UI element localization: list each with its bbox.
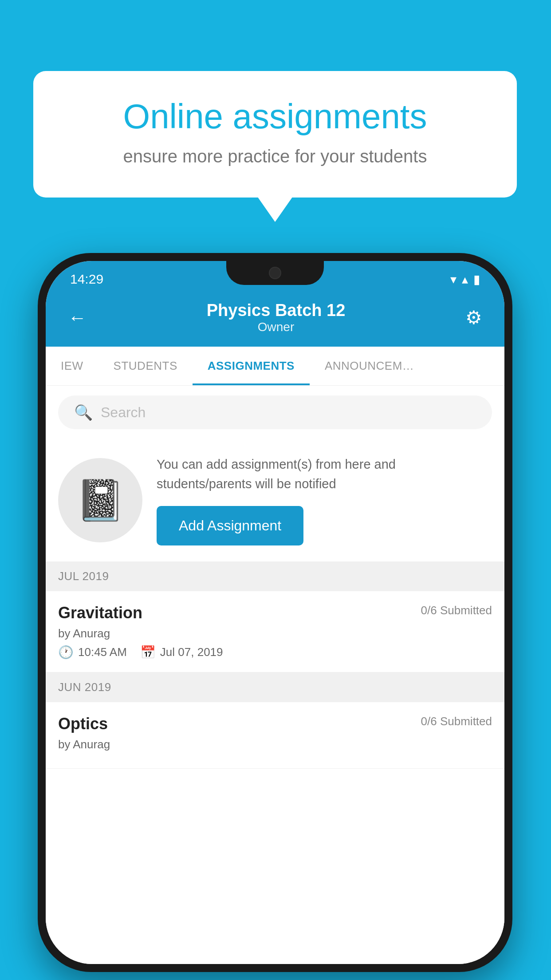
add-assignment-section: 📓 You can add assignment(s) from here an…: [46, 439, 504, 561]
back-button[interactable]: ←: [68, 307, 87, 328]
assignment-item-optics[interactable]: Optics 0/6 Submitted by Anurag: [46, 702, 504, 769]
speech-bubble-title: Online assignments: [69, 98, 481, 136]
header-title-area: Physics Batch 12 Owner: [207, 301, 346, 334]
tab-announcements[interactable]: ANNOUNCEM…: [310, 347, 429, 385]
status-icons: ▾ ▴ ▮: [450, 272, 480, 287]
tabs-bar: IEW STUDENTS ASSIGNMENTS ANNOUNCEM…: [46, 347, 504, 386]
phone-screen: 14:29 ▾ ▴ ▮ ← Physics Batch 12 Owner ⚙ I…: [46, 261, 504, 964]
signal-icon: ▴: [462, 272, 468, 287]
search-container: 🔍 Search: [46, 386, 504, 439]
calendar-icon: 📅: [140, 645, 156, 660]
tab-iew[interactable]: IEW: [46, 347, 98, 385]
phone-wrapper: 14:29 ▾ ▴ ▮ ← Physics Batch 12 Owner ⚙ I…: [38, 253, 512, 972]
header-title: Physics Batch 12: [207, 301, 346, 320]
assignment-date-gravitation: 📅 Jul 07, 2019: [140, 645, 223, 660]
assignment-by-gravitation: by Anurag: [58, 627, 492, 640]
phone-notch: [226, 261, 324, 285]
settings-icon[interactable]: ⚙: [465, 307, 482, 328]
app-header: ← Physics Batch 12 Owner ⚙: [46, 292, 504, 347]
wifi-icon: ▾: [450, 272, 457, 287]
header-subtitle: Owner: [207, 320, 346, 334]
assignment-name-optics: Optics: [58, 715, 108, 733]
assignment-item-top-optics: Optics 0/6 Submitted: [58, 715, 492, 733]
assignment-time-gravitation: 🕐 10:45 AM: [58, 645, 127, 660]
status-time: 14:29: [70, 272, 103, 287]
speech-bubble: Online assignments ensure more practice …: [33, 71, 517, 198]
clock-icon: 🕐: [58, 645, 74, 660]
content-area: 🔍 Search 📓 You can add assignment(s) fro…: [46, 386, 504, 964]
assignment-icon-circle: 📓: [58, 458, 142, 542]
battery-icon: ▮: [473, 272, 480, 287]
assignment-notebook-icon: 📓: [75, 477, 125, 524]
section-header-jul: JUL 2019: [46, 561, 504, 591]
assignment-item-top: Gravitation 0/6 Submitted: [58, 604, 492, 622]
add-assignment-button[interactable]: Add Assignment: [157, 506, 303, 545]
search-bar[interactable]: 🔍 Search: [58, 395, 492, 429]
assignment-by-optics: by Anurag: [58, 738, 492, 751]
assignment-meta-gravitation: 🕐 10:45 AM 📅 Jul 07, 2019: [58, 645, 492, 660]
speech-bubble-container: Online assignments ensure more practice …: [33, 71, 517, 198]
tab-assignments[interactable]: ASSIGNMENTS: [193, 347, 310, 385]
speech-bubble-subtitle: ensure more practice for your students: [69, 146, 481, 166]
search-icon: 🔍: [74, 403, 93, 421]
add-assignment-right: You can add assignment(s) from here and …: [157, 455, 492, 545]
assignment-submitted-optics: 0/6 Submitted: [421, 715, 492, 728]
tab-students[interactable]: STUDENTS: [98, 347, 193, 385]
search-placeholder: Search: [101, 404, 146, 421]
assignment-name-gravitation: Gravitation: [58, 604, 142, 622]
phone-camera: [269, 267, 281, 279]
section-header-jun: JUN 2019: [46, 672, 504, 702]
add-assignment-description: You can add assignment(s) from here and …: [157, 455, 492, 494]
assignment-item-gravitation[interactable]: Gravitation 0/6 Submitted by Anurag 🕐 10…: [46, 591, 504, 672]
assignment-submitted-gravitation: 0/6 Submitted: [421, 604, 492, 617]
phone-outer: 14:29 ▾ ▴ ▮ ← Physics Batch 12 Owner ⚙ I…: [38, 253, 512, 972]
